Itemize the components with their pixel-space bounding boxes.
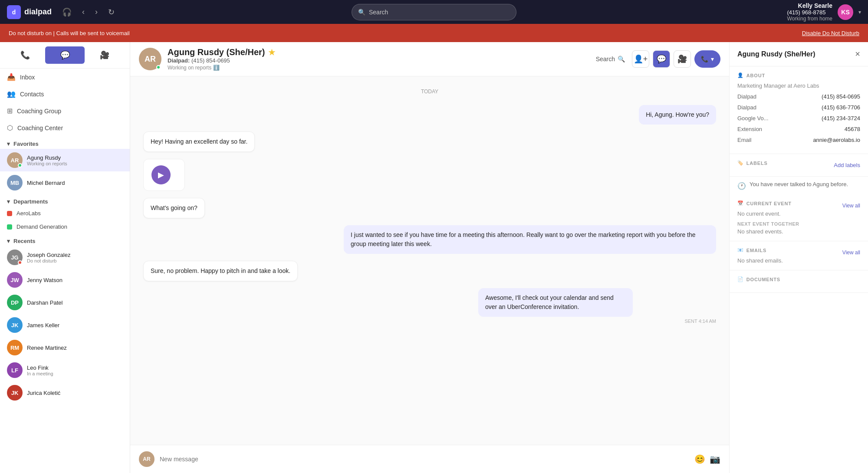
contact-item-agung-rusdy[interactable]: AR Agung Rusdy Working on reports bbox=[0, 149, 130, 171]
contact-info-leo-fink: Leo Fink In a meeting bbox=[27, 365, 53, 376]
message-item: I just wanted to see if you have time fo… bbox=[143, 225, 716, 254]
coaching-group-icon: ⊞ bbox=[7, 107, 13, 115]
contact-info-jenny-watson: Jenny Watson bbox=[27, 277, 62, 283]
user-status: Working from home bbox=[787, 16, 832, 22]
rp-job-title: Marketing Manager at Aero Labs bbox=[737, 82, 860, 89]
contact-info-jurica-koletic: Jurica Koletić bbox=[27, 390, 60, 396]
rp-about-section: 👤 ABOUT Marketing Manager at Aero Labs D… bbox=[730, 66, 868, 154]
contact-item-jenny-watson[interactable]: JW Jenny Watson bbox=[0, 269, 130, 291]
contact-item-darshan-patel[interactable]: DP Darshan Patel bbox=[0, 291, 130, 314]
message-input-area: AR 😊 📷 bbox=[130, 445, 729, 473]
sidebar-item-label-contacts: Contacts bbox=[20, 91, 44, 98]
departments-section-header[interactable]: ▾ Departments bbox=[0, 194, 130, 207]
dept-name-aerolabs: AeroLabs bbox=[16, 210, 41, 217]
user-avatar[interactable]: KS bbox=[838, 4, 853, 20]
logo-text: dialpad bbox=[24, 7, 52, 16]
contact-item-michel-bernard[interactable]: MB Michel Bernard bbox=[0, 171, 130, 194]
forward-btn[interactable]: › bbox=[92, 6, 101, 18]
contact-item-renee-martinez[interactable]: RM Renee Martinez bbox=[0, 336, 130, 359]
avatar-darshan-patel: DP bbox=[7, 295, 23, 310]
rp-close-btn[interactable]: × bbox=[855, 49, 860, 59]
sidebar-item-inbox[interactable]: 📥 Inbox bbox=[0, 69, 130, 85]
sms-btn[interactable]: 💬 bbox=[653, 50, 670, 68]
contact-sub-agung-rusdy: Working on reports bbox=[27, 161, 67, 166]
global-search-bar[interactable]: 🔍 Search bbox=[352, 4, 516, 20]
contact-item-joseph-gonzalez[interactable]: JG Joseph Gonzalez Do not disturb bbox=[0, 246, 130, 269]
view-all-emails-btn[interactable]: View all bbox=[842, 250, 860, 256]
headset-btn[interactable]: 🎧 bbox=[59, 6, 75, 19]
recents-section-header[interactable]: ▾ Recents bbox=[0, 233, 130, 246]
nav-right: Kelly Searle (415) 968-8785 Working from… bbox=[787, 2, 861, 22]
search-icon: 🔍 bbox=[618, 56, 625, 62]
disable-dnd-link[interactable]: Disable Do Not Disturb bbox=[802, 30, 859, 36]
contact-info-michel-bernard: Michel Bernard bbox=[27, 180, 65, 186]
call-btn[interactable]: 📞 ▾ bbox=[694, 50, 720, 68]
dept-name-demand-gen: Demand Generation bbox=[16, 223, 67, 230]
contact-info-renee-martinez: Renee Martinez bbox=[27, 345, 67, 351]
contact-item-james-keller[interactable]: JK James Keller bbox=[0, 314, 130, 336]
message-action-btn[interactable]: 💬 bbox=[45, 46, 85, 64]
video-action-btn[interactable]: 🎥 bbox=[85, 46, 125, 64]
about-person-icon: 👤 bbox=[737, 72, 744, 78]
never-talked-section: 🕐 You have never talked to Agung before. bbox=[730, 177, 868, 194]
emails-header: 📧 EMAILS View all bbox=[737, 247, 860, 257]
dnd-banner: Do not disturb on | Calls will be sent t… bbox=[0, 24, 868, 42]
sidebar-item-contacts[interactable]: 👥 Contacts bbox=[0, 85, 130, 102]
favorites-arrow: ▾ bbox=[7, 141, 10, 147]
sidebar-action-buttons: 📞 💬 🎥 bbox=[0, 42, 130, 69]
logo-icon: d bbox=[7, 5, 21, 19]
play-voice-btn[interactable]: ▶ bbox=[151, 165, 171, 184]
search-messages-btn[interactable]: Search 🔍 bbox=[596, 56, 625, 62]
avatar-agung-rusdy: AR bbox=[7, 152, 23, 168]
view-all-events-btn[interactable]: View all bbox=[842, 203, 860, 209]
message-bubble-received: Hey! Having an excellent day so far. bbox=[143, 131, 255, 152]
avatar-joseph-gonzalez: JG bbox=[7, 250, 23, 265]
inbox-icon: 📥 bbox=[7, 73, 16, 81]
call-action-btn[interactable]: 📞 bbox=[5, 46, 45, 64]
chat-header: AR Agung Rusdy (She/Her) ★ Dialpad: (415… bbox=[130, 42, 729, 76]
contact-info-darshan-patel: Darshan Patel bbox=[27, 299, 62, 306]
contact-item-leo-fink[interactable]: LF Leo Fink In a meeting bbox=[0, 359, 130, 381]
favorites-section-header[interactable]: ▾ Favorites bbox=[0, 136, 130, 149]
avatar-jurica-koletic: JK bbox=[7, 385, 23, 401]
message-item: Hey! Having an excellent day so far. bbox=[143, 131, 716, 152]
sidebar-item-coaching-group[interactable]: ⊞ Coaching Group bbox=[0, 102, 130, 119]
user-name: Kelly Searle bbox=[787, 2, 832, 9]
avatar-leo-fink: LF bbox=[7, 362, 23, 378]
contact-item-jurica-koletic[interactable]: JK Jurica Koletić bbox=[0, 381, 130, 404]
chat-area: AR Agung Rusdy (She/Her) ★ Dialpad: (415… bbox=[130, 42, 729, 473]
app-logo: d dialpad bbox=[7, 5, 52, 19]
dept-item-demand-gen[interactable]: Demand Generation bbox=[0, 220, 130, 233]
messages-area: TODAY Hi, Agung. How're you? Hey! Having… bbox=[130, 76, 729, 445]
video-btn[interactable]: 🎥 bbox=[674, 50, 691, 68]
no-shared-emails-text: No shared emails. bbox=[737, 257, 860, 264]
rp-field-dialpad2: Dialpad (415) 636-7706 bbox=[737, 104, 860, 111]
avatar-jenny-watson: JW bbox=[7, 272, 23, 288]
add-contact-btn[interactable]: 👤+ bbox=[632, 50, 649, 68]
rp-field-google-voice: Google Vo... (415) 234-3724 bbox=[737, 115, 860, 122]
contact-name-jurica-koletic: Jurica Koletić bbox=[27, 390, 60, 396]
message-input[interactable] bbox=[160, 456, 689, 463]
add-labels-btn[interactable]: Add labels bbox=[834, 162, 860, 168]
sidebar-item-label-coaching-group: Coaching Group bbox=[17, 108, 61, 115]
calendar-icon: 📅 bbox=[737, 200, 744, 206]
favorite-star-icon[interactable]: ★ bbox=[268, 48, 275, 57]
attachment-btn[interactable]: 📷 bbox=[710, 454, 720, 464]
rp-emails-section: 📧 EMAILS View all No shared emails. bbox=[730, 241, 868, 270]
dept-item-aerolabs[interactable]: AeroLabs bbox=[0, 207, 130, 220]
contact-name-renee-martinez: Renee Martinez bbox=[27, 345, 67, 351]
sidebar-item-coaching-center[interactable]: ⬡ Coaching Center bbox=[0, 119, 130, 136]
nav-controls: 🎧 ‹ › ↻ bbox=[59, 6, 118, 19]
email-icon: 📧 bbox=[737, 247, 744, 253]
current-event-header: 📅 CURRENT EVENT View all bbox=[737, 200, 860, 210]
departments-arrow: ▾ bbox=[7, 198, 10, 205]
back-btn[interactable]: ‹ bbox=[79, 6, 88, 18]
user-menu-chevron[interactable]: ▾ bbox=[858, 9, 861, 15]
user-info: Kelly Searle (415) 968-8785 Working from… bbox=[787, 2, 832, 22]
status-info-icon: ℹ️ bbox=[213, 65, 220, 71]
refresh-btn[interactable]: ↻ bbox=[105, 6, 118, 19]
contact-info-agung-rusdy: Agung Rusdy Working on reports bbox=[27, 154, 67, 166]
avatar-renee-martinez: RM bbox=[7, 340, 23, 355]
message-item: Awesome, I'll check out your calendar an… bbox=[143, 288, 716, 324]
emoji-btn[interactable]: 😊 bbox=[694, 454, 705, 464]
